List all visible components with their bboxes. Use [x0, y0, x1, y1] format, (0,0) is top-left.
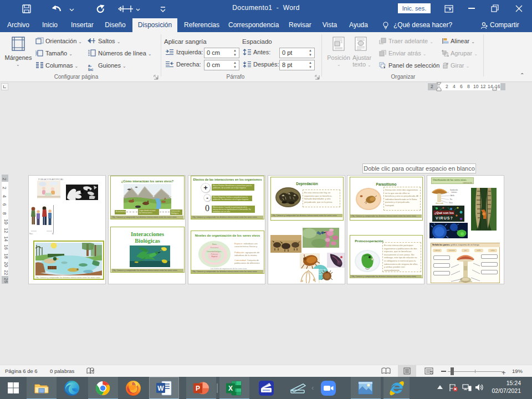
svg-text:Volva: Volva [449, 202, 453, 204]
svg-text:Especie: Especie [212, 255, 218, 258]
svg-text:Población: Población [211, 253, 218, 255]
svg-text:X: X [228, 385, 233, 392]
svg-text:Ecosistema: Ecosistema [211, 247, 219, 249]
svg-text:W: W [157, 385, 164, 392]
svg-text:Comunidad biológica...: Comunidad biológica... [207, 250, 223, 253]
svg-text:Bioma: Bioma [212, 243, 217, 245]
svg-text:Pie: Pie [450, 198, 452, 201]
svg-text:¿Qué son los: ¿Qué son los [434, 211, 454, 214]
svg-text:Láminas: Láminas [451, 191, 457, 193]
svg-text:VIRUS?: VIRUS? [436, 216, 453, 220]
svg-text:P: P [196, 385, 200, 392]
svg-text:Anillo: Anillo [451, 195, 454, 197]
